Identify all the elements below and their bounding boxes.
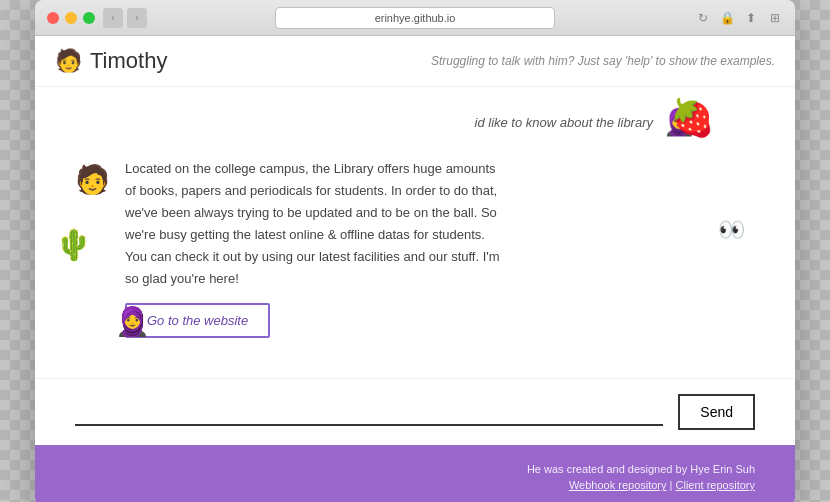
send-button[interactable]: Send (678, 394, 755, 430)
address-text: erinhye.github.io (375, 12, 456, 24)
agent-emoji: 🧑 (55, 48, 82, 74)
bot-response: 🧑 Located on the college campus, the Lib… (75, 158, 755, 338)
nav-buttons: ‹ › (103, 8, 147, 28)
input-area: Send (35, 378, 795, 445)
back-button[interactable]: ‹ (103, 8, 123, 28)
traffic-lights (47, 12, 95, 24)
main-content: 🧑 Timothy Struggling to talk with him? J… (35, 36, 795, 502)
forward-button[interactable]: › (127, 8, 147, 28)
new-tab-icon[interactable]: ⊞ (767, 10, 783, 26)
header-bar: 🧑 Timothy Struggling to talk with him? J… (35, 36, 795, 87)
footer-credit: He was created and designed by Hye Erin … (75, 460, 755, 480)
footer: He was created and designed by Hye Erin … (35, 445, 795, 502)
chat-area: 🍓 👀 🌵 🧕 id like to know about the librar… (35, 87, 795, 378)
minimize-button[interactable] (65, 12, 77, 24)
address-bar[interactable]: erinhye.github.io (275, 7, 555, 29)
help-hint: Struggling to talk with him? Just say 'h… (431, 54, 775, 68)
maximize-button[interactable] (83, 12, 95, 24)
user-message: id like to know about the library 🧕 (75, 107, 755, 138)
student-decoration: 🧕 (115, 305, 150, 338)
agent-name-label: Timothy (90, 48, 167, 74)
window-controls: ↻ 🔒 ⬆ ⊞ (695, 10, 783, 26)
client-link[interactable]: Client repository (676, 479, 755, 491)
cactus-decoration: 🌵 (55, 227, 92, 262)
footer-links: Webhook repository | Client repository (75, 479, 755, 491)
close-button[interactable] (47, 12, 59, 24)
strawberry-decoration: 🍓 (670, 97, 715, 139)
refresh-icon[interactable]: ↻ (695, 10, 711, 26)
chat-input[interactable] (75, 398, 663, 426)
bot-message-content: Located on the college campus, the Libra… (125, 158, 505, 338)
eyes-decoration: 👀 (718, 217, 745, 243)
mac-window: ‹ › erinhye.github.io ↻ 🔒 ⬆ ⊞ 🧑 Timothy … (35, 0, 795, 502)
bot-message-text: Located on the college campus, the Libra… (125, 158, 505, 291)
agent-identity: 🧑 Timothy (55, 48, 167, 74)
bot-avatar: 🧑 (75, 163, 110, 196)
webhook-link[interactable]: Webhook repository (569, 479, 667, 491)
lock-icon[interactable]: 🔒 (719, 10, 735, 26)
user-message-text: id like to know about the library (475, 115, 653, 130)
share-icon[interactable]: ⬆ (743, 10, 759, 26)
titlebar: ‹ › erinhye.github.io ↻ 🔒 ⬆ ⊞ (35, 0, 795, 36)
